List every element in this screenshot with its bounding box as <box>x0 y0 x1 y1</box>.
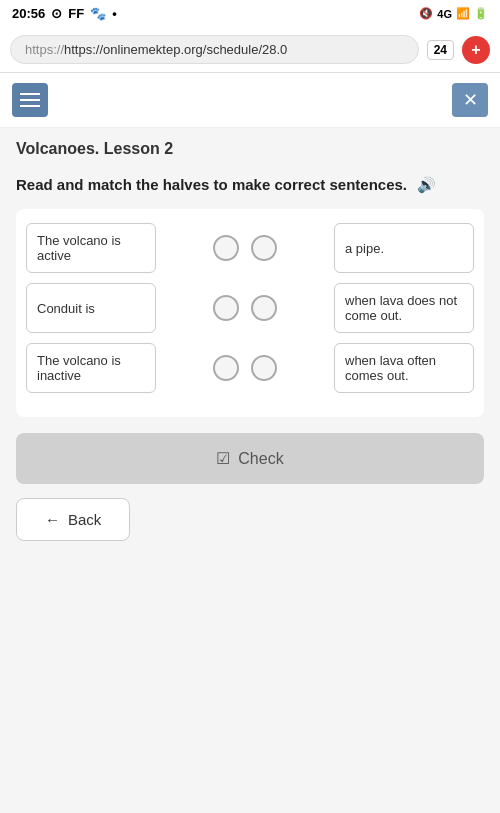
match-row-3: The volcano is inactive when lava often … <box>26 343 474 393</box>
right-item-2: when lava does not come out. <box>334 283 474 333</box>
battery-icon: 🔋 <box>474 7 488 20</box>
check-icon: ☑ <box>216 449 230 468</box>
instruction-text: Read and match the halves to make correc… <box>16 174 484 195</box>
radio-left-1[interactable] <box>213 235 239 261</box>
match-exercise: The volcano is active a pipe. Conduit is… <box>16 209 484 417</box>
page-content: Volcanoes. Lesson 2 Read and match the h… <box>0 128 500 553</box>
signal-bars-icon: 📶 <box>456 7 470 20</box>
check-label: Check <box>238 450 283 468</box>
radio-right-1[interactable] <box>251 235 277 261</box>
mute-icon: 🔇 <box>419 7 433 20</box>
hamburger-line-2 <box>20 99 40 101</box>
https-label: https:// <box>25 42 64 57</box>
toolbar: ✕ <box>0 73 500 128</box>
sound-icon[interactable]: 🔊 <box>417 174 436 195</box>
back-label: Back <box>68 511 101 528</box>
match-row-1: The volcano is active a pipe. <box>26 223 474 273</box>
back-arrow-icon: ← <box>45 511 60 528</box>
radio-group-2 <box>162 295 328 321</box>
network-type: 4G <box>437 8 452 20</box>
left-item-3: The volcano is inactive <box>26 343 156 393</box>
hamburger-line-3 <box>20 105 40 107</box>
check-button[interactable]: ☑ Check <box>16 433 484 484</box>
url-bar: https://https://onlinemektep.org/schedul… <box>0 27 500 73</box>
right-item-1: a pipe. <box>334 223 474 273</box>
back-button[interactable]: ← Back <box>16 498 130 541</box>
emoji-indicator: 🐾 <box>90 6 106 21</box>
time-display: 20:56 <box>12 6 45 21</box>
hamburger-menu-button[interactable] <box>12 83 48 117</box>
close-button[interactable]: ✕ <box>452 83 488 117</box>
status-bar: 20:56 ⊙ FF 🐾 • 🔇 4G 📶 🔋 <box>0 0 500 27</box>
url-input[interactable]: https://https://onlinemektep.org/schedul… <box>10 35 419 64</box>
match-row-2: Conduit is when lava does not come out. <box>26 283 474 333</box>
right-item-3: when lava often comes out. <box>334 343 474 393</box>
instruction-label: Read and match the halves to make correc… <box>16 176 407 193</box>
radio-right-2[interactable] <box>251 295 277 321</box>
hamburger-line-1 <box>20 93 40 95</box>
radio-group-1 <box>162 235 328 261</box>
left-item-2: Conduit is <box>26 283 156 333</box>
radio-right-3[interactable] <box>251 355 277 381</box>
radio-group-3 <box>162 355 328 381</box>
left-item-1: The volcano is active <box>26 223 156 273</box>
lesson-title: Volcanoes. Lesson 2 <box>16 140 484 158</box>
tab-count-badge[interactable]: 24 <box>427 40 454 60</box>
url-text: https://onlinemektep.org/schedule/28.0 <box>64 42 287 57</box>
browser-name: FF <box>68 6 84 21</box>
browser-indicator: ⊙ <box>51 6 62 21</box>
status-right: 🔇 4G 📶 🔋 <box>419 7 488 20</box>
radio-left-3[interactable] <box>213 355 239 381</box>
add-button[interactable]: + <box>462 36 490 64</box>
status-left: 20:56 ⊙ FF 🐾 • <box>12 6 117 21</box>
dot-indicator: • <box>112 6 117 21</box>
radio-left-2[interactable] <box>213 295 239 321</box>
